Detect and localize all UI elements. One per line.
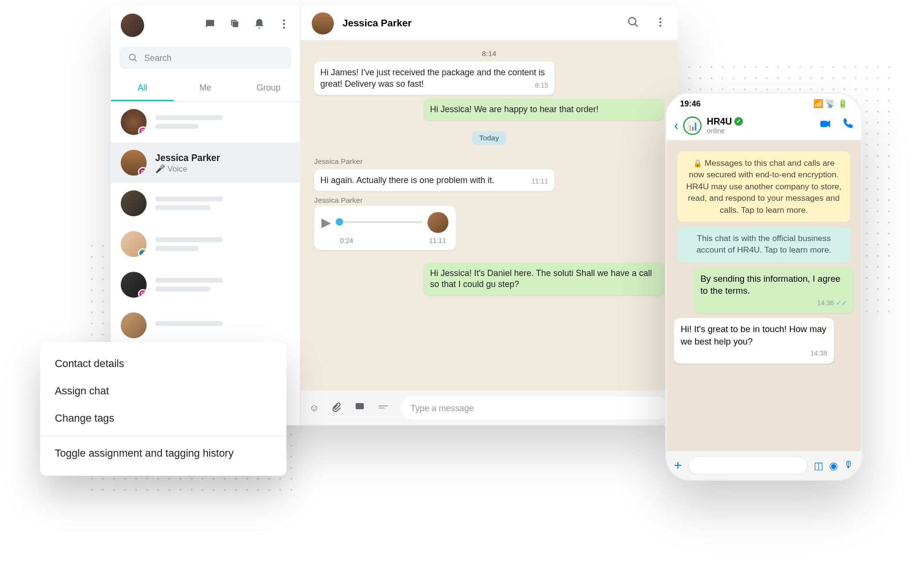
- template-icon[interactable]: [354, 401, 366, 415]
- svg-point-3: [659, 17, 661, 19]
- lock-icon: 🔒: [693, 159, 702, 168]
- list-item[interactable]: 👥: [111, 224, 300, 265]
- phone-message-input[interactable]: [688, 456, 808, 475]
- svg-point-1: [283, 23, 285, 25]
- svg-point-0: [283, 20, 285, 22]
- message-out[interactable]: Hi Jessica! It's Daniel here. The soluti…: [424, 262, 664, 295]
- tab-me[interactable]: Me: [174, 75, 237, 101]
- voice-track[interactable]: [336, 221, 422, 223]
- tab-group[interactable]: Group: [237, 75, 300, 101]
- status-indicators: 📶📡🔋: [813, 99, 848, 108]
- badge-icon: R: [138, 127, 147, 135]
- business-avatar[interactable]: 📊: [684, 116, 702, 135]
- list-item-active[interactable]: D Jessica Parker 🎤Voice: [111, 142, 300, 183]
- phone-chat-header: ‹ 📊 HR4U✓ online: [666, 111, 861, 140]
- svg-point-5: [659, 24, 661, 26]
- list-item[interactable]: [111, 183, 300, 224]
- mic-icon[interactable]: 🎙: [844, 460, 854, 471]
- svg-rect-7: [821, 121, 827, 127]
- more-icon[interactable]: [278, 18, 290, 33]
- time-label: 8:14: [314, 49, 664, 58]
- chat-title: Jessica Parker: [342, 18, 411, 29]
- plus-icon[interactable]: +: [674, 457, 682, 473]
- tabs: All Me Group: [111, 75, 300, 102]
- message-out[interactable]: Hi Jessica! We are happy to hear that or…: [424, 98, 664, 120]
- copy-icon[interactable]: [228, 18, 241, 33]
- voice-duration: 0:24: [340, 236, 354, 243]
- encryption-notice[interactable]: 🔒 Messages to this chat and calls are no…: [678, 151, 850, 222]
- mic-icon: 🎤: [155, 164, 165, 173]
- business-status: online: [707, 127, 743, 135]
- svg-point-4: [659, 21, 661, 23]
- day-chip: Today: [472, 131, 506, 144]
- message-in[interactable]: Hi James! I've just received the package…: [314, 62, 555, 95]
- more-icon[interactable]: [654, 16, 667, 31]
- back-icon[interactable]: ‹: [674, 117, 678, 133]
- phone-mock: 19:46 📶📡🔋 ‹ 📊 HR4U✓ online 🔒 Messages to…: [665, 92, 863, 481]
- contact-sub: 🎤Voice: [155, 164, 220, 173]
- voice-avatar: [427, 212, 448, 233]
- chat-avatar[interactable]: [312, 12, 334, 34]
- bell-icon[interactable]: [253, 18, 266, 33]
- message-input[interactable]: Type a message: [400, 397, 669, 419]
- chat-header: Jessica Parker: [301, 6, 678, 41]
- voice-time: 11:11: [429, 236, 446, 243]
- phone-messages: 🔒 Messages to this chat and calls are no…: [666, 140, 861, 451]
- chat-input-bar: ☺ Type a message: [301, 391, 678, 425]
- voice-message[interactable]: ▶ 0:2411:11: [314, 206, 456, 250]
- msg-time: 14:38: [681, 349, 827, 358]
- menu-assign-chat[interactable]: Assign chat: [40, 378, 286, 405]
- list-item[interactable]: R: [111, 102, 300, 142]
- avatar-me[interactable]: [121, 13, 144, 37]
- badge-icon: R: [138, 289, 147, 298]
- attach-icon[interactable]: [331, 401, 343, 415]
- sender-label: Jessica Parker: [314, 157, 664, 166]
- badge-icon: 👥: [138, 248, 147, 257]
- phone-message-out[interactable]: By sending this information, I agree to …: [694, 267, 854, 313]
- business-notice[interactable]: This chat is with the official business …: [678, 227, 850, 263]
- sticker-icon[interactable]: ◫: [814, 460, 823, 471]
- message-in[interactable]: Hi again. Actually there is one problem …: [314, 169, 555, 191]
- menu-toggle-history[interactable]: Toggle assignment and tagging history: [40, 440, 286, 467]
- contact-name: Jessica Parker: [155, 152, 220, 163]
- sender-label: Jessica Parker: [314, 196, 664, 204]
- msg-time: 14:36: [700, 299, 847, 308]
- badge-icon: D: [138, 167, 147, 176]
- phone-message-in[interactable]: Hi! It's great to be in touch! How may w…: [674, 318, 834, 364]
- video-call-icon[interactable]: [819, 118, 832, 133]
- context-menu: Contact details Assign chat Change tags …: [40, 342, 286, 476]
- business-name[interactable]: HR4U✓: [707, 116, 743, 127]
- tab-all[interactable]: All: [111, 75, 174, 101]
- chat-pane: Jessica Parker 8:14 Hi James! I've just …: [301, 6, 678, 425]
- call-icon[interactable]: [842, 118, 854, 133]
- camera-icon[interactable]: ◉: [829, 460, 838, 471]
- svg-rect-6: [356, 403, 364, 409]
- menu-divider: [40, 436, 286, 436]
- menu-change-tags[interactable]: Change tags: [40, 405, 286, 432]
- play-icon[interactable]: ▶: [321, 215, 331, 230]
- menu-contact-details[interactable]: Contact details: [40, 351, 286, 378]
- search-icon[interactable]: [627, 16, 639, 31]
- verified-icon: ✓: [734, 117, 743, 126]
- chat-icon[interactable]: [204, 18, 217, 33]
- format-icon[interactable]: [377, 401, 389, 415]
- status-bar: 19:46 📶📡🔋: [666, 93, 861, 111]
- search-input[interactable]: Search: [119, 47, 291, 69]
- search-placeholder: Search: [144, 53, 171, 63]
- status-time: 19:46: [680, 99, 701, 108]
- phone-input-bar: + ◫ ◉ 🎙: [666, 451, 861, 479]
- list-item[interactable]: R: [111, 265, 300, 305]
- list-item[interactable]: [111, 305, 300, 346]
- emoji-icon[interactable]: ☺: [309, 403, 319, 414]
- svg-point-2: [283, 27, 285, 29]
